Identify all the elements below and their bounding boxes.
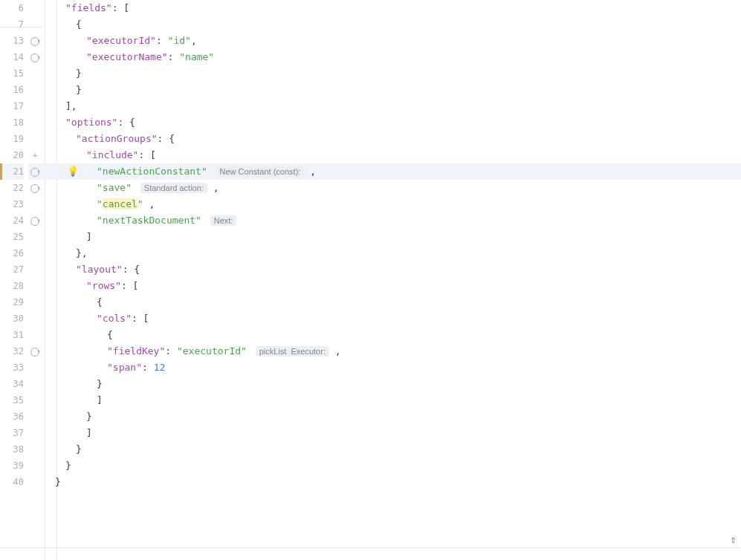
line-number: 28 [0, 278, 24, 294]
gutter-icon-slot [28, 441, 42, 458]
code-line[interactable]: { [42, 294, 741, 310]
recursive-icon[interactable] [30, 348, 39, 356]
code-line[interactable]: } [42, 408, 741, 425]
gutter-icon-slot [28, 408, 42, 425]
line-number: 6 [0, 0, 24, 16]
gutter-icon-slot [28, 180, 42, 196]
code-line[interactable]: "include": [ [42, 147, 741, 163]
code-line[interactable]: "options": { [42, 114, 741, 131]
code-editor[interactable]: 6713141516171819202122232425262728293031… [0, 0, 741, 560]
line-number: 38 [0, 441, 24, 458]
code-line[interactable]: "span": 12 [42, 359, 741, 376]
line-number: 21 [0, 163, 24, 180]
code-line[interactable]: ] [42, 392, 741, 408]
lightbulb-icon[interactable]: 💡 [67, 163, 79, 180]
line-number: 33 [0, 359, 24, 376]
recursive-icon[interactable] [30, 217, 39, 226]
line-number: 24 [0, 212, 24, 229]
recursive-icon[interactable] [30, 37, 39, 46]
line-number: 29 [0, 294, 24, 310]
code-line[interactable]: "newActionConstant" New Constant (const)… [42, 163, 741, 180]
line-number: 18 [0, 114, 24, 131]
code-line[interactable]: "actionGroups": { [42, 131, 741, 147]
gutter-icon-slot [28, 327, 42, 343]
code-line[interactable]: } [42, 474, 741, 490]
line-number: 17 [0, 98, 24, 114]
line-number: 40 [0, 474, 24, 490]
code-line[interactable]: } [42, 376, 741, 392]
inlay-hint: Next: [210, 215, 237, 226]
code-line[interactable]: "rows": [ [42, 278, 741, 294]
inlay-hint: New Constant (const): [216, 166, 305, 177]
code-line[interactable]: ], [42, 98, 741, 114]
code-line[interactable]: ] [42, 229, 741, 245]
code-content[interactable]: "fields": [{"executorId": "id","executor… [42, 0, 741, 560]
code-line[interactable]: "executorName": "name" [42, 49, 741, 65]
code-line[interactable]: "cancel" , [42, 196, 741, 212]
line-number: 13 [0, 33, 24, 49]
gutter-icon-slot [28, 310, 42, 327]
inlay-hint: Standard action: [140, 183, 207, 193]
line-number: 20 [0, 147, 24, 163]
gutter-icon-slot [28, 49, 42, 65]
plus-icon[interactable]: + [33, 151, 38, 160]
line-number: 30 [0, 310, 24, 327]
gutter-icon-slot [28, 196, 42, 212]
code-line[interactable]: } [42, 458, 741, 474]
line-number: 34 [0, 376, 24, 392]
code-line[interactable]: "layout": { [42, 261, 741, 278]
code-line[interactable]: "save" Standard action: , [42, 180, 741, 196]
gutter-icon-slot [28, 245, 42, 261]
code-line[interactable]: { [42, 16, 741, 33]
gutter-annotations: + [28, 0, 42, 560]
scroll-up-icon[interactable]: ⇧ [731, 533, 737, 545]
line-number: 14 [0, 49, 24, 65]
code-line[interactable]: "cols": [ [42, 310, 741, 327]
code-line[interactable]: { [42, 327, 741, 343]
code-line[interactable]: "executorId": "id", [42, 33, 741, 49]
gutter-icon-slot [28, 229, 42, 245]
line-number: 32 [0, 343, 24, 359]
code-line[interactable]: } [42, 82, 741, 98]
gutter-icon-slot [28, 278, 42, 294]
code-line[interactable]: ] [42, 425, 741, 441]
line-number: 23 [0, 196, 24, 212]
code-line[interactable]: "nextTaskDocument" Next: [42, 212, 741, 229]
gutter-icon-slot [28, 294, 42, 310]
gutter-icon-slot [28, 98, 42, 114]
gutter-icon-slot [28, 212, 42, 229]
code-line[interactable]: } [42, 65, 741, 82]
recursive-icon[interactable] [30, 53, 39, 62]
gutter-icon-slot [28, 33, 42, 49]
gutter-icon-slot [28, 261, 42, 278]
gutter-icon-slot [28, 82, 42, 98]
line-number: 16 [0, 82, 24, 98]
line-number: 37 [0, 425, 24, 441]
gutter-icon-slot: + [28, 147, 42, 163]
line-number: 26 [0, 245, 24, 261]
line-number: 7 [0, 16, 24, 33]
gutter-icon-slot [28, 376, 42, 392]
recursive-icon[interactable] [30, 184, 39, 193]
gutter-icon-slot [28, 65, 42, 82]
code-line[interactable]: } [42, 441, 741, 458]
gutter-icon-slot [28, 16, 42, 33]
gutter-icon-slot [28, 458, 42, 474]
gutter-icon-slot [28, 131, 42, 147]
line-number: 36 [0, 408, 24, 425]
code-line[interactable]: "fields": [ [42, 0, 741, 16]
code-line[interactable]: }, [42, 245, 741, 261]
recursive-icon[interactable] [30, 168, 39, 177]
code-line[interactable]: "fieldKey": "executorId" pickList Execut… [42, 343, 741, 359]
line-number: 15 [0, 65, 24, 82]
gutter-icon-slot [28, 163, 42, 180]
line-number: 27 [0, 261, 24, 278]
inlay-hint: pickList Executor: [256, 346, 329, 356]
gutter-icon-slot [28, 359, 42, 376]
line-number: 22 [0, 180, 24, 196]
line-number: 39 [0, 458, 24, 474]
gutter-icon-slot [28, 0, 42, 16]
gutter-icon-slot [28, 114, 42, 131]
line-number: 31 [0, 327, 24, 343]
line-number: 25 [0, 229, 24, 245]
